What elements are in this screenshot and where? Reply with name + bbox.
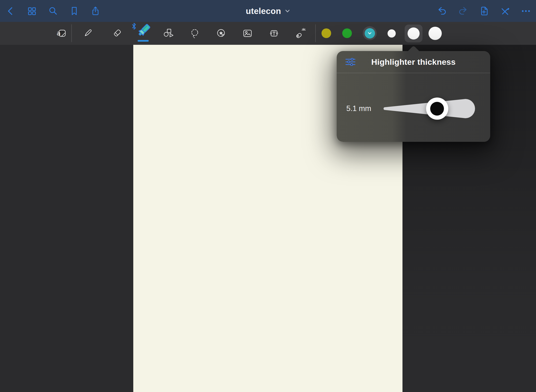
image-icon <box>242 27 253 39</box>
redo-button[interactable] <box>458 6 468 16</box>
chevron-down-icon <box>285 9 290 13</box>
back-button[interactable] <box>5 6 16 16</box>
tool-lasso[interactable] <box>189 27 201 39</box>
thickness-large[interactable] <box>429 27 442 40</box>
more-button[interactable] <box>521 6 531 16</box>
search-icon <box>48 6 58 16</box>
shapes-icon <box>163 27 174 39</box>
popover-title: Highlighter thickness <box>337 57 490 67</box>
app-screen: utelecon <box>0 0 536 392</box>
color-swatch-teal-selected[interactable] <box>363 26 377 40</box>
tool-shapes[interactable] <box>163 27 174 39</box>
color-swatch-teal-fill <box>365 28 375 39</box>
share-button[interactable] <box>90 6 101 16</box>
document-title-menu[interactable]: utelecon <box>246 0 290 22</box>
undo-icon <box>437 6 447 16</box>
svg-text:a: a <box>57 29 61 37</box>
redo-icon <box>458 6 468 16</box>
top-navigation-bar: utelecon <box>0 0 536 22</box>
add-page-button[interactable] <box>479 6 489 16</box>
popover-header: Highlighter thickness <box>337 51 490 73</box>
highlighter-icon <box>135 22 151 40</box>
eraser-icon <box>111 27 123 39</box>
tool-eraser[interactable] <box>111 27 123 39</box>
stylus-toggle-button[interactable] <box>500 6 510 16</box>
canvas-area: Highlighter thickness 5.1 mm <box>0 45 536 392</box>
popover-divider <box>337 73 490 73</box>
tool-text[interactable] <box>268 27 280 39</box>
stylus-cross-icon <box>500 6 510 16</box>
document-title: utelecon <box>246 6 281 16</box>
tool-image[interactable] <box>242 27 253 39</box>
search-button[interactable] <box>48 6 58 16</box>
grid-icon <box>27 6 37 16</box>
thickness-value-label: 5.1 mm <box>346 104 371 113</box>
highlighter-thickness-popover: Highlighter thickness 5.1 mm <box>337 51 490 142</box>
highlighter-stroke-preview <box>138 40 149 42</box>
bookmark-icon <box>69 6 80 16</box>
toolbar-divider <box>71 24 72 42</box>
text-icon <box>268 27 280 39</box>
color-swatch-olive[interactable] <box>322 28 331 38</box>
thickness-medium-selected[interactable] <box>405 25 422 42</box>
pen-icon <box>82 27 94 39</box>
tool-edit-mode[interactable]: a <box>56 27 67 39</box>
add-page-icon <box>479 6 489 16</box>
slider-thumb[interactable] <box>426 98 448 120</box>
thickness-medium-dot <box>408 27 420 39</box>
chevron-down-icon <box>368 32 372 35</box>
topbar-left-group <box>5 0 101 22</box>
undo-button[interactable] <box>437 6 447 16</box>
share-icon <box>90 6 101 16</box>
tool-pen[interactable] <box>82 27 94 39</box>
toolbar-divider-2 <box>315 24 316 42</box>
tool-laser-pointer[interactable] <box>295 27 306 39</box>
slider-thumb-core <box>430 102 444 116</box>
ellipsis-icon <box>521 6 531 16</box>
sticker-star-icon <box>215 27 227 39</box>
drawing-toolbar: a <box>0 22 536 45</box>
page-overview-button[interactable] <box>27 6 37 16</box>
chevron-left-icon <box>5 6 16 16</box>
topbar-right-group <box>437 0 531 22</box>
tool-highlighter[interactable] <box>131 22 152 43</box>
thickness-small[interactable] <box>388 29 396 38</box>
bookmark-button[interactable] <box>69 6 80 16</box>
thickness-slider[interactable] <box>383 98 476 120</box>
tool-stickers[interactable] <box>215 27 227 39</box>
lasso-icon <box>189 27 201 39</box>
edit-mode-icon: a <box>56 27 67 39</box>
color-swatch-green[interactable] <box>342 28 352 38</box>
laser-pointer-icon <box>295 27 306 39</box>
